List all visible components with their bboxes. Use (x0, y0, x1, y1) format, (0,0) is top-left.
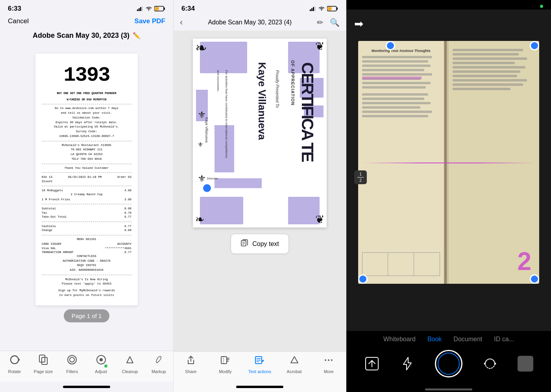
trans-val: 9.77 (124, 250, 131, 255)
more-icon (324, 355, 334, 368)
receipt-divider-2 (42, 141, 131, 141)
panel3-camera: ➡ Monitoring Your Anxious Thoughts (346, 0, 551, 392)
home-indicator-1 (63, 386, 110, 388)
receipt-divider-7 (42, 222, 131, 222)
status-time-1: 6:33 (8, 5, 21, 13)
wifi-icon-2 (318, 6, 325, 11)
cashless-val: 9.77 (124, 224, 131, 229)
capture-btn-inner (438, 353, 460, 375)
toolbar-pagesize[interactable]: Page size (31, 354, 55, 374)
svg-marker-7 (18, 358, 20, 361)
copy-text-button[interactable]: Copy text (231, 234, 289, 254)
svg-rect-5 (164, 7, 165, 10)
cert-highlight-bottom-bar (214, 178, 262, 188)
toolbar2-modify[interactable]: Modify (213, 355, 237, 374)
panel2-certificate: 6:34 ‹ Adobe Scan May 30, 2023 (4) (173, 0, 346, 392)
home-indicator-3 (425, 388, 472, 390)
seq: SEQ# 339761 (42, 264, 131, 268)
toolbar2-share[interactable]: Share (179, 355, 203, 374)
restaurant-name: McDonald's Restaurant #13695 (42, 144, 131, 148)
edit-title-icon[interactable]: ✏️ (133, 32, 141, 39)
cleanup-icon (124, 354, 135, 368)
crop-dot-br[interactable] (530, 274, 539, 284)
receipt-document: 1393 BUY ONE GET ONE FREE QUARTER POUNDE… (35, 54, 138, 305)
toolbar-adjust[interactable]: Adjust (89, 354, 113, 374)
acrobat-icon (289, 355, 300, 368)
import-button[interactable] (364, 356, 380, 372)
crop-dot-bottomleft[interactable] (203, 184, 211, 192)
trans-label: TRANSACTION AMOUNT (42, 250, 74, 255)
page-split-indicator[interactable]: 1 2 (354, 170, 367, 184)
toolbar2-textactions[interactable]: Text actions (248, 355, 272, 374)
receipt-divider-4 (42, 172, 131, 173)
panel1-receipt: 6:33 Cancel Save PDF Adobe Scan Ma (0, 0, 173, 392)
visa-sal: Visa SAL (42, 246, 56, 251)
signal-icon-2 (310, 6, 316, 11)
toolbar-cleanup[interactable]: Cleanup (118, 354, 142, 374)
flash-button[interactable] (399, 356, 415, 372)
crop-dot-bl[interactable] (358, 274, 368, 284)
receipt-divider-5 (42, 186, 131, 186)
toolbar2-more[interactable]: More (317, 355, 340, 374)
book-table (362, 252, 440, 276)
toolbar-markup[interactable]: Markup (147, 354, 170, 374)
ornament-bottomright: ❦ (315, 214, 324, 225)
validation-label: Validation Code: (42, 116, 131, 120)
tell-us-line: and tell us about your visit. (42, 111, 131, 115)
capture-button[interactable] (435, 350, 462, 377)
adjust-icon (96, 354, 107, 368)
search-icon[interactable]: 🔍 (330, 18, 340, 27)
green-dot-indicator (540, 5, 543, 8)
ornament-topleft: ❧ (195, 41, 207, 55)
left-ornament: ⚜ (198, 109, 206, 120)
import-icon (364, 356, 380, 372)
nav-right-icons: ✏ 🔍 (317, 18, 340, 27)
toolbar2-acrobat[interactable]: Acrobat (283, 355, 306, 374)
receipt-divider-3 (42, 164, 131, 164)
scanned-book: Monitoring Your Anxious Thoughts (358, 41, 539, 284)
back-button[interactable]: ‹ (180, 17, 183, 28)
mer-label: MER# 061201 (42, 238, 131, 242)
toolbar-rotate[interactable]: Rotate (3, 354, 26, 374)
toolbar-filters[interactable]: Filters (60, 354, 84, 374)
visa-num: ***********4501 (105, 246, 131, 251)
mode-whiteboard[interactable]: Whiteboard (383, 336, 416, 343)
validation-code: Expires 30 days after receipt date. (42, 121, 131, 125)
signal-icon (137, 6, 143, 11)
page-number-2: 2 (517, 247, 531, 276)
mode-book[interactable]: Book (427, 336, 442, 343)
svg-rect-19 (337, 7, 338, 10)
promo-line1: BUY ONE GET ONE FREE QUARTER POUNDER (42, 92, 131, 96)
thumbnail-button[interactable] (518, 356, 533, 372)
svg-rect-0 (137, 9, 138, 11)
aid: AID: A0000000031010 (42, 268, 131, 272)
ks-date: 05/25/2023 01:18 PM (68, 175, 102, 179)
save-pdf-button[interactable]: Save PDF (135, 17, 165, 25)
crop-dot-tr[interactable] (530, 41, 539, 50)
restaurant-address: 70-992 HIGHWAY 111 (42, 148, 131, 152)
share-label: Share (185, 369, 196, 374)
page-split-top: 1 (359, 172, 362, 176)
receipt-row-stno: Stno#2 (42, 179, 131, 184)
status-time-2: 6:34 (181, 5, 195, 13)
scan-line (362, 163, 535, 163)
survey-label: Survey Code: (42, 130, 131, 134)
mode-document[interactable]: Document (453, 336, 482, 343)
flip-button[interactable] (482, 356, 498, 372)
cancel-button[interactable]: Cancel (8, 17, 29, 25)
mode-idcard[interactable]: ID ca... (494, 336, 514, 343)
thumbnail-preview (518, 356, 533, 372)
panel2-nav: ‹ Adobe Scan May 30, 2023 (4) ✏ 🔍 (174, 14, 346, 31)
page-indicator: Page 1 of 1 (64, 309, 110, 322)
home-indicator-2 (236, 386, 283, 388)
cert-director-text: Kaye Villanueva (205, 117, 209, 142)
subtotal-label: Subtotal (42, 207, 56, 211)
svg-rect-20 (328, 7, 332, 11)
edit-icon[interactable]: ✏ (317, 18, 324, 27)
cert-title-text: CERTIFICA TE (299, 62, 316, 161)
pagesize-label: Page size (34, 369, 53, 374)
crop-dot-tl[interactable] (386, 41, 395, 50)
copy-text-icon (240, 239, 248, 249)
panel2-toolbar: Share Modify Text actions Acrobat More (174, 351, 346, 382)
item3-price: 3.99 (124, 198, 131, 202)
